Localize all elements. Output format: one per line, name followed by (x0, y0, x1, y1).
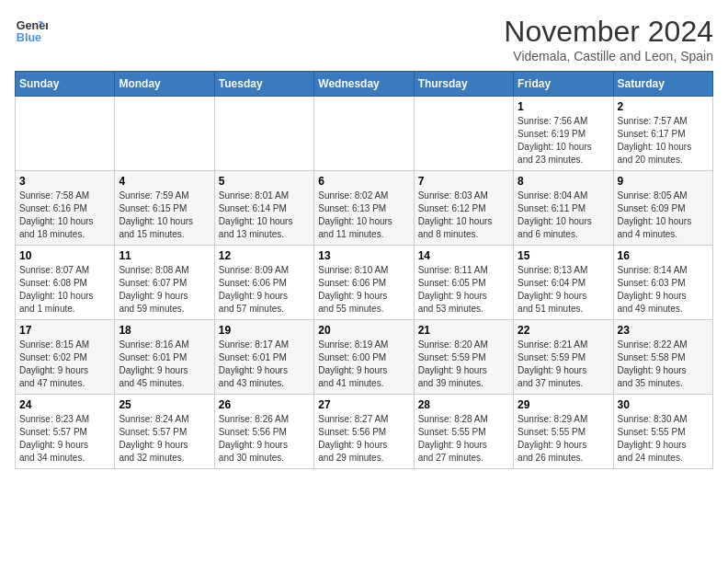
calendar-cell: 8Sunrise: 8:04 AM Sunset: 6:11 PM Daylig… (514, 171, 613, 246)
day-info: Sunrise: 8:05 AM Sunset: 6:09 PM Dayligh… (618, 190, 709, 241)
calendar-week-row: 3Sunrise: 7:58 AM Sunset: 6:16 PM Daylig… (16, 171, 713, 246)
calendar-week-row: 1Sunrise: 7:56 AM Sunset: 6:19 PM Daylig… (16, 97, 713, 171)
day-number: 15 (518, 249, 609, 262)
svg-text:Blue: Blue (17, 31, 41, 44)
calendar-cell: 14Sunrise: 8:11 AM Sunset: 6:05 PM Dayli… (414, 246, 513, 320)
day-info: Sunrise: 8:07 AM Sunset: 6:08 PM Dayligh… (19, 264, 110, 316)
day-info: Sunrise: 8:23 AM Sunset: 5:57 PM Dayligh… (19, 413, 110, 465)
day-info: Sunrise: 7:59 AM Sunset: 6:15 PM Dayligh… (119, 190, 210, 241)
calendar-cell: 9Sunrise: 8:05 AM Sunset: 6:09 PM Daylig… (613, 171, 712, 246)
day-number: 5 (219, 175, 310, 188)
calendar-cell: 5Sunrise: 8:01 AM Sunset: 6:14 PM Daylig… (214, 171, 313, 246)
calendar-cell: 17Sunrise: 8:15 AM Sunset: 6:02 PM Dayli… (16, 320, 115, 395)
calendar-cell: 1Sunrise: 7:56 AM Sunset: 6:19 PM Daylig… (514, 97, 613, 171)
calendar-cell: 28Sunrise: 8:28 AM Sunset: 5:55 PM Dayli… (414, 395, 513, 469)
calendar-cell: 23Sunrise: 8:22 AM Sunset: 5:58 PM Dayli… (613, 320, 712, 395)
calendar-table: SundayMondayTuesdayWednesdayThursdayFrid… (15, 71, 713, 469)
day-info: Sunrise: 8:24 AM Sunset: 5:57 PM Dayligh… (119, 413, 210, 465)
calendar-cell (214, 97, 313, 171)
day-info: Sunrise: 8:03 AM Sunset: 6:12 PM Dayligh… (418, 190, 509, 241)
logo: General Blue (15, 15, 48, 48)
month-title: November 2024 (504, 15, 713, 49)
calendar-week-row: 10Sunrise: 8:07 AM Sunset: 6:08 PM Dayli… (16, 246, 713, 320)
day-info: Sunrise: 8:30 AM Sunset: 5:55 PM Dayligh… (618, 413, 709, 465)
calendar-cell: 18Sunrise: 8:16 AM Sunset: 6:01 PM Dayli… (115, 320, 214, 395)
page-header: General Blue November 2024 Videmala, Cas… (15, 15, 713, 63)
day-number: 12 (219, 249, 310, 262)
day-number: 29 (518, 398, 609, 411)
calendar-cell: 22Sunrise: 8:21 AM Sunset: 5:59 PM Dayli… (514, 320, 613, 395)
calendar-cell (115, 97, 214, 171)
location-subtitle: Videmala, Castille and Leon, Spain (504, 49, 713, 63)
day-number: 6 (318, 175, 409, 188)
day-info: Sunrise: 8:21 AM Sunset: 5:59 PM Dayligh… (518, 339, 609, 390)
day-number: 22 (518, 324, 609, 337)
calendar-cell: 12Sunrise: 8:09 AM Sunset: 6:06 PM Dayli… (214, 246, 313, 320)
day-number: 23 (618, 324, 709, 337)
day-header: Monday (115, 72, 214, 97)
day-number: 9 (618, 175, 709, 188)
day-header: Tuesday (214, 72, 313, 97)
day-number: 16 (618, 249, 709, 262)
calendar-cell: 13Sunrise: 8:10 AM Sunset: 6:06 PM Dayli… (314, 246, 414, 320)
day-info: Sunrise: 8:14 AM Sunset: 6:03 PM Dayligh… (618, 264, 709, 316)
calendar-cell: 2Sunrise: 7:57 AM Sunset: 6:17 PM Daylig… (613, 97, 712, 171)
calendar-cell: 27Sunrise: 8:27 AM Sunset: 5:56 PM Dayli… (314, 395, 414, 469)
day-number: 28 (418, 398, 509, 411)
calendar-cell: 10Sunrise: 8:07 AM Sunset: 6:08 PM Dayli… (16, 246, 115, 320)
day-info: Sunrise: 8:26 AM Sunset: 5:56 PM Dayligh… (219, 413, 310, 465)
calendar-cell: 4Sunrise: 7:59 AM Sunset: 6:15 PM Daylig… (115, 171, 214, 246)
day-info: Sunrise: 8:04 AM Sunset: 6:11 PM Dayligh… (518, 190, 609, 241)
calendar-cell: 15Sunrise: 8:13 AM Sunset: 6:04 PM Dayli… (514, 246, 613, 320)
day-number: 2 (618, 100, 709, 113)
logo-icon: General Blue (15, 15, 48, 48)
calendar-cell: 29Sunrise: 8:29 AM Sunset: 5:55 PM Dayli… (514, 395, 613, 469)
day-number: 25 (119, 398, 210, 411)
day-header: Sunday (16, 72, 115, 97)
calendar-cell: 11Sunrise: 8:08 AM Sunset: 6:07 PM Dayli… (115, 246, 214, 320)
day-number: 18 (119, 324, 210, 337)
calendar-cell: 3Sunrise: 7:58 AM Sunset: 6:16 PM Daylig… (16, 171, 115, 246)
day-number: 30 (618, 398, 709, 411)
day-info: Sunrise: 8:10 AM Sunset: 6:06 PM Dayligh… (318, 264, 409, 316)
day-header: Thursday (414, 72, 513, 97)
day-number: 11 (119, 249, 210, 262)
day-info: Sunrise: 8:11 AM Sunset: 6:05 PM Dayligh… (418, 264, 509, 316)
calendar-week-row: 17Sunrise: 8:15 AM Sunset: 6:02 PM Dayli… (16, 320, 713, 395)
day-info: Sunrise: 8:13 AM Sunset: 6:04 PM Dayligh… (518, 264, 609, 316)
day-info: Sunrise: 8:22 AM Sunset: 5:58 PM Dayligh… (618, 339, 709, 390)
day-info: Sunrise: 8:16 AM Sunset: 6:01 PM Dayligh… (119, 339, 210, 390)
day-info: Sunrise: 8:28 AM Sunset: 5:55 PM Dayligh… (418, 413, 509, 465)
day-info: Sunrise: 7:58 AM Sunset: 6:16 PM Dayligh… (19, 190, 110, 241)
day-number: 17 (19, 324, 110, 337)
day-info: Sunrise: 8:27 AM Sunset: 5:56 PM Dayligh… (318, 413, 409, 465)
day-number: 19 (219, 324, 310, 337)
day-number: 3 (19, 175, 110, 188)
day-info: Sunrise: 8:19 AM Sunset: 6:00 PM Dayligh… (318, 339, 409, 390)
day-header: Friday (514, 72, 613, 97)
day-info: Sunrise: 7:56 AM Sunset: 6:19 PM Dayligh… (518, 115, 609, 167)
day-number: 26 (219, 398, 310, 411)
day-number: 21 (418, 324, 509, 337)
day-number: 20 (318, 324, 409, 337)
day-info: Sunrise: 8:09 AM Sunset: 6:06 PM Dayligh… (219, 264, 310, 316)
day-info: Sunrise: 8:17 AM Sunset: 6:01 PM Dayligh… (219, 339, 310, 390)
day-number: 27 (318, 398, 409, 411)
calendar-cell: 25Sunrise: 8:24 AM Sunset: 5:57 PM Dayli… (115, 395, 214, 469)
day-header: Wednesday (314, 72, 414, 97)
calendar-cell: 24Sunrise: 8:23 AM Sunset: 5:57 PM Dayli… (16, 395, 115, 469)
day-number: 1 (518, 100, 609, 113)
calendar-cell: 21Sunrise: 8:20 AM Sunset: 5:59 PM Dayli… (414, 320, 513, 395)
day-info: Sunrise: 8:02 AM Sunset: 6:13 PM Dayligh… (318, 190, 409, 241)
header-row: SundayMondayTuesdayWednesdayThursdayFrid… (16, 72, 713, 97)
calendar-cell: 19Sunrise: 8:17 AM Sunset: 6:01 PM Dayli… (214, 320, 313, 395)
day-number: 8 (518, 175, 609, 188)
calendar-cell: 20Sunrise: 8:19 AM Sunset: 6:00 PM Dayli… (314, 320, 414, 395)
day-header: Saturday (613, 72, 712, 97)
day-info: Sunrise: 8:29 AM Sunset: 5:55 PM Dayligh… (518, 413, 609, 465)
day-number: 4 (119, 175, 210, 188)
day-number: 24 (19, 398, 110, 411)
day-number: 7 (418, 175, 509, 188)
day-info: Sunrise: 8:20 AM Sunset: 5:59 PM Dayligh… (418, 339, 509, 390)
calendar-cell (16, 97, 115, 171)
